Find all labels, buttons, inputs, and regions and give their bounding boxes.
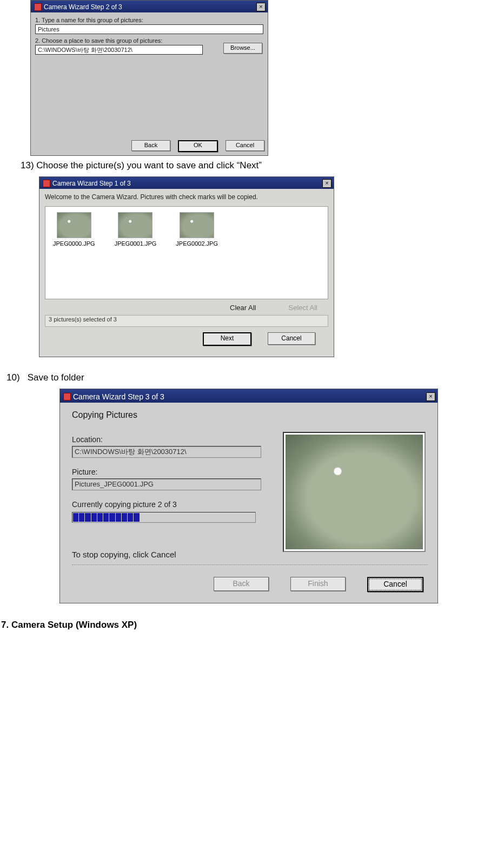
progress-segment xyxy=(128,513,133,522)
place-field[interactable]: C:\WINDOWS\바탕 화면\20030712\ xyxy=(35,45,203,55)
name-field[interactable]: Pictures xyxy=(35,24,263,34)
progress-segment xyxy=(225,513,230,522)
progress-segment xyxy=(103,513,109,522)
picture-field: Pictures_JPEG0001.JPG xyxy=(72,478,261,490)
progress-segment xyxy=(164,513,170,522)
next-button[interactable]: Next xyxy=(203,332,251,346)
app-icon xyxy=(43,180,50,187)
name-label: 1. Type a name for this group of picture… xyxy=(35,17,263,23)
divider xyxy=(72,564,428,565)
progress-segment xyxy=(73,513,78,522)
wizard-step3-dialog: Camera Wizard Step 3 of 3 × Copying Pict… xyxy=(59,389,438,603)
titlebar: Camera Wizard Step 2 of 3 × xyxy=(31,1,268,12)
location-field: C:\WINDOWS\바탕 화면\20030712\ xyxy=(72,446,261,458)
progress-segment xyxy=(219,513,224,522)
back-button[interactable]: Back xyxy=(214,577,269,591)
progress-segment xyxy=(201,513,206,522)
section-7-heading: 7. Camera Setup (Windows XP) xyxy=(1,620,504,630)
cancel-button[interactable]: Cancel xyxy=(226,140,264,151)
copying-heading: Copying Pictures xyxy=(72,410,428,420)
progress-segment xyxy=(170,513,176,522)
preview-image xyxy=(286,435,423,549)
progress-segment xyxy=(85,513,90,522)
thumbnail-image xyxy=(57,212,91,238)
cancel-button[interactable]: Cancel xyxy=(367,577,423,592)
back-button[interactable]: Back xyxy=(131,140,170,151)
progress-segment xyxy=(237,513,242,522)
cancel-button[interactable]: Cancel xyxy=(268,332,315,345)
thumbnail[interactable]: JPEG0001.JPG xyxy=(115,212,157,293)
wizard-step1-dialog: Camera Wizard Step 1 of 3 × Welcome to t… xyxy=(39,176,334,357)
progress-segment xyxy=(158,513,163,522)
progress-segment xyxy=(146,513,151,522)
progress-segment xyxy=(152,513,157,522)
close-icon[interactable]: × xyxy=(426,392,435,401)
finish-button[interactable]: Finish xyxy=(290,577,346,591)
titlebar: Camera Wizard Step 3 of 3 × xyxy=(60,389,437,403)
progress-segment xyxy=(122,513,127,522)
instruction-10: 10) Save to folder xyxy=(6,372,504,383)
titlebar: Camera Wizard Step 1 of 3 × xyxy=(39,177,334,189)
progress-segment xyxy=(188,513,194,522)
progress-segment xyxy=(231,513,236,522)
app-icon xyxy=(63,393,71,400)
wizard-blurb: Welcome to the Camera Wizard. Pictures w… xyxy=(45,193,328,201)
thumbnail-filename: JPEG0001.JPG xyxy=(115,240,157,247)
progress-segment xyxy=(97,513,103,522)
thumbnail-filename: JPEG0000.JPG xyxy=(53,240,95,247)
progress-segment xyxy=(243,513,249,522)
progress-segment xyxy=(195,513,200,522)
progress-bar xyxy=(72,512,256,523)
thumbnail-image xyxy=(180,212,214,238)
progress-segment xyxy=(134,513,139,522)
progress-segment xyxy=(182,513,188,522)
progress-segment xyxy=(116,513,121,522)
close-icon[interactable]: × xyxy=(322,179,331,188)
progress-segment xyxy=(79,513,84,522)
progress-segment xyxy=(140,513,145,522)
ok-button[interactable]: OK xyxy=(178,140,218,152)
progress-segment xyxy=(249,513,255,522)
selection-status: 3 pictures(s) selected of 3 xyxy=(45,315,328,327)
progress-segment xyxy=(176,513,182,522)
clear-all-link[interactable]: Clear All xyxy=(230,304,256,312)
dialog-title: Camera Wizard Step 1 of 3 xyxy=(52,180,131,187)
wizard-step2-dialog: Camera Wizard Step 2 of 3 × 1. Type a na… xyxy=(30,0,268,156)
instruction-13: 13) Choose the picture(s) you want to sa… xyxy=(21,160,504,171)
dialog-title: Camera Wizard Step 2 of 3 xyxy=(44,3,122,11)
thumbnail-image xyxy=(118,212,152,238)
preview-panel xyxy=(283,432,426,552)
browse-button[interactable]: Browse... xyxy=(223,43,262,54)
thumbnail-filename: JPEG0002.JPG xyxy=(176,240,218,247)
app-icon xyxy=(34,3,42,11)
progress-segment xyxy=(109,513,115,522)
thumbnail[interactable]: JPEG0000.JPG xyxy=(53,212,95,293)
progress-segment xyxy=(213,513,218,522)
dialog-title: Camera Wizard Step 3 of 3 xyxy=(73,392,164,401)
select-all-link[interactable]: Select All xyxy=(289,304,317,312)
progress-segment xyxy=(91,513,97,522)
progress-segment xyxy=(207,513,212,522)
close-icon[interactable]: × xyxy=(256,3,266,11)
thumbnail-grid: JPEG0000.JPG JPEG0001.JPG JPEG0002.JPG xyxy=(45,206,328,299)
thumbnail[interactable]: JPEG0002.JPG xyxy=(176,212,218,293)
